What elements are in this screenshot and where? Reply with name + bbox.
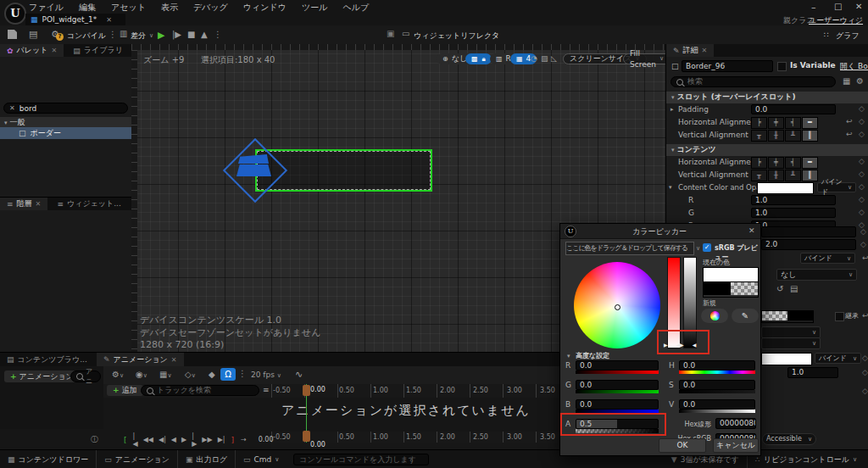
menu-view[interactable]: 表示 bbox=[161, 2, 178, 14]
loop-icon[interactable]: → bbox=[241, 436, 247, 443]
reset-diamond-icon[interactable]: ◇ bbox=[860, 227, 866, 236]
halign-right-button[interactable]: ╡ bbox=[785, 157, 801, 169]
play-forward-button[interactable]: ▶ bbox=[181, 436, 186, 443]
menu-window[interactable]: ウィンドウ bbox=[243, 2, 287, 14]
menu-tools[interactable]: ツール bbox=[302, 2, 327, 14]
playhead-marker-bottom[interactable] bbox=[303, 431, 310, 442]
clear-search-icon[interactable]: ✕ bbox=[9, 104, 15, 112]
fps-dropdown[interactable]: 20 fps ∨ bbox=[251, 370, 281, 379]
eject-button[interactable]: ▲ bbox=[201, 30, 208, 39]
halign-center-button[interactable]: ╪ bbox=[768, 157, 784, 169]
image-asset-dropdown[interactable]: なし ∨ bbox=[776, 269, 857, 281]
keyframe-options-icon[interactable]: ◇∨ bbox=[185, 370, 196, 379]
reset-diamond-icon[interactable]: ◇ bbox=[859, 195, 865, 203]
step-button[interactable]: |▶ bbox=[172, 30, 181, 39]
valign-center-button[interactable]: ╫ bbox=[768, 170, 784, 181]
snap-options-icon[interactable]: ⋮ bbox=[238, 369, 247, 378]
tab-details[interactable]: ✎ 詳細 ✕ bbox=[666, 44, 714, 57]
color-themes-button[interactable] bbox=[701, 309, 728, 323]
tab-close-icon[interactable]: ✕ bbox=[106, 16, 112, 24]
use-selected-icon[interactable]: ↺ bbox=[776, 284, 783, 293]
tab-animation[interactable]: ✎ アニメーション ✕ bbox=[97, 353, 184, 366]
color-wheel-cursor[interactable] bbox=[615, 304, 620, 310]
tab-close-icon[interactable]: ✕ bbox=[36, 200, 42, 208]
g-input[interactable]: 1.0 bbox=[751, 208, 836, 218]
diff-button[interactable]: 差分 bbox=[131, 31, 146, 42]
reset-diamond-icon[interactable]: ◇ bbox=[859, 157, 865, 165]
scale-input[interactable]: 1.0 bbox=[787, 367, 838, 378]
reset-diamond-icon[interactable]: ◇ bbox=[859, 130, 865, 138]
tab-content-browser[interactable]: ▤ コンテンツブラウ... bbox=[0, 353, 94, 366]
open-border-link[interactable]: 開く Border bbox=[840, 61, 868, 72]
graph-button[interactable]: グラフ bbox=[836, 31, 860, 42]
window-close-button[interactable]: ✕ bbox=[855, 2, 862, 11]
range-end-bracket[interactable]: ] bbox=[231, 436, 234, 444]
color-wheel[interactable] bbox=[574, 262, 660, 348]
advanced-expander-icon[interactable]: ▾ bbox=[567, 353, 570, 359]
halign-left-button[interactable]: ╞ bbox=[751, 117, 767, 129]
section-slot-header[interactable]: ▾ スロット (オーバーレイスロット) bbox=[666, 92, 868, 103]
menu-file[interactable]: ファイル bbox=[29, 2, 64, 14]
s-input[interactable]: 0.0 bbox=[679, 380, 755, 390]
add-animation-button[interactable]: + アニメーション bbox=[4, 370, 80, 382]
valign-top-button[interactable]: ╥ bbox=[751, 130, 767, 142]
widget-reflector-button[interactable]: ウィジェットリフレクタ bbox=[414, 31, 499, 42]
browse-to-asset-icon[interactable]: ▤ bbox=[790, 284, 798, 293]
track-search-input[interactable]: トラックを検索 bbox=[141, 385, 259, 396]
preview-swatch-white[interactable] bbox=[761, 353, 812, 365]
range-start-bracket[interactable]: [ bbox=[124, 436, 127, 444]
valign-bottom-button[interactable]: ╨ bbox=[785, 130, 801, 142]
details-search-input[interactable]: 検索 bbox=[670, 76, 836, 87]
reset-diamond-icon[interactable]: ◇ bbox=[862, 354, 868, 362]
b-input[interactable]: 0.0 bbox=[576, 399, 659, 410]
diff-chevron-icon[interactable]: ∨ bbox=[149, 32, 153, 39]
console-input[interactable]: コンソールコマンドを入力します bbox=[293, 454, 429, 465]
alpha-input[interactable] bbox=[761, 226, 856, 237]
play-options-icon[interactable]: ⋮ bbox=[214, 30, 222, 39]
auto-key-icon[interactable]: ◆ bbox=[209, 370, 215, 379]
reset-diamond-icon[interactable]: ◇ bbox=[859, 117, 865, 125]
asset-tab[interactable]: ▦ POI_widget_1* ✕ bbox=[25, 14, 125, 25]
brush-bind-dropdown[interactable]: バインド ∨ bbox=[800, 253, 855, 264]
h-gradient[interactable] bbox=[679, 370, 755, 374]
dialog-close-icon[interactable]: ✕ bbox=[748, 226, 755, 235]
accessible-dropdown[interactable]: Accessible ∨ bbox=[762, 433, 816, 445]
valign-bottom-button[interactable]: ╨ bbox=[785, 170, 801, 181]
v-gradient[interactable] bbox=[679, 410, 755, 413]
cancel-button[interactable]: キャンセル bbox=[713, 438, 759, 453]
flip-icon[interactable]: ◺ bbox=[551, 54, 557, 63]
content-drawer-button[interactable]: ▦ コンテンツドロワー bbox=[0, 450, 96, 468]
tiling-dropdown[interactable]: ∨ bbox=[761, 337, 821, 349]
render-options-icon[interactable]: ▦∨ bbox=[159, 370, 172, 379]
reset-diamond-icon[interactable]: ◇ bbox=[859, 208, 865, 216]
compile-button[interactable]: コンパイル bbox=[67, 31, 106, 42]
fill-screen-dropdown[interactable]: Fill Screen ∨ bbox=[623, 53, 665, 64]
output-log-button[interactable]: ▣ 出力ログ bbox=[178, 450, 235, 468]
halign-fill-button[interactable]: ═ bbox=[802, 157, 818, 169]
preview-background-icon[interactable]: ▨ bbox=[541, 54, 548, 63]
eyedropper-button[interactable]: ✎ bbox=[732, 309, 759, 323]
selection-outline-toggle[interactable]: ▩ 🔒︎ bbox=[465, 53, 492, 64]
prev-frame-button[interactable]: ◀| bbox=[159, 436, 166, 443]
expander-icon[interactable]: ▾ bbox=[4, 120, 8, 126]
valign-fill-button[interactable]: ║ bbox=[802, 130, 818, 142]
hex-linear-input[interactable]: 00000080 bbox=[715, 418, 756, 429]
reset-diamond-icon[interactable]: ◇ bbox=[859, 104, 865, 113]
draw-as-dropdown[interactable]: ∨ bbox=[761, 326, 821, 338]
s-gradient[interactable] bbox=[679, 390, 755, 393]
window-maximize-button[interactable]: □ bbox=[834, 2, 842, 11]
r-gradient[interactable] bbox=[576, 370, 659, 374]
display-filter-icon[interactable]: ▦ bbox=[843, 76, 850, 86]
drop-to-save-area[interactable]: ここに色をドラッグ＆ドロップして保存する bbox=[565, 242, 694, 255]
reset-arrow-icon[interactable]: ↩ bbox=[862, 311, 868, 320]
reset-diamond-icon[interactable]: ◇ bbox=[860, 240, 866, 248]
tab-close-icon[interactable]: ✕ bbox=[171, 356, 177, 364]
reset-arrow-icon[interactable]: ↩ bbox=[846, 130, 853, 138]
tab-library[interactable]: ▤ ライブラリ bbox=[66, 44, 130, 57]
settings-gear-icon[interactable]: ⚙ bbox=[856, 76, 864, 86]
srgb-checkbox[interactable]: ✓ bbox=[703, 243, 711, 252]
expander-icon[interactable]: ▸ bbox=[670, 106, 674, 113]
timeline-ruler-top[interactable]: -0.50 0.50 1.00 1.50 2.00 2.50 3.00 3.50… bbox=[271, 384, 559, 398]
tint-swatch[interactable] bbox=[761, 310, 814, 323]
play-button[interactable]: ▶ bbox=[158, 30, 164, 41]
